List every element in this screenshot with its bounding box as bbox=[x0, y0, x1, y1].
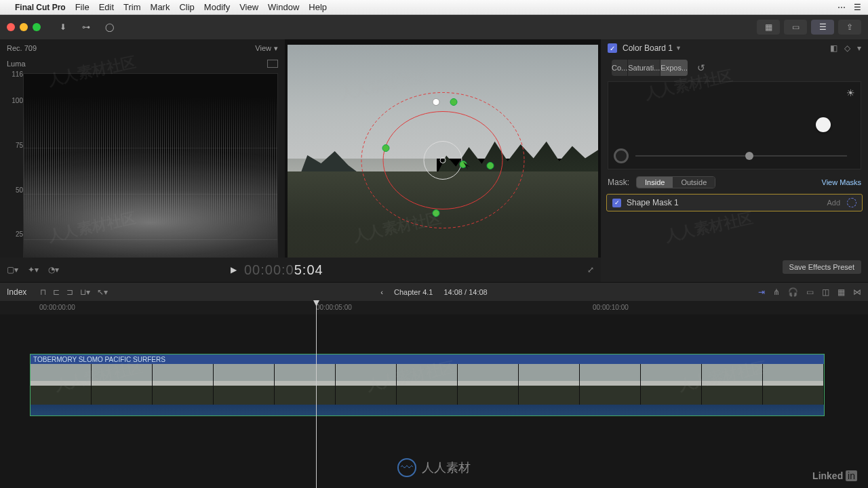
close-window-button[interactable] bbox=[7, 23, 15, 31]
save-effects-preset-button[interactable]: Save Effects Preset bbox=[783, 260, 861, 274]
clip-audio-lane bbox=[31, 405, 824, 415]
minimize-window-button[interactable] bbox=[20, 23, 28, 31]
menubar-extra-icon[interactable]: ⋯ bbox=[837, 3, 846, 12]
tool-select-icon[interactable]: ↖▾ bbox=[97, 287, 108, 297]
site-badge-icon: 〰 bbox=[397, 458, 416, 477]
ruler-mark: 00:00:05:00 bbox=[316, 304, 352, 311]
insert-clip-icon[interactable]: ⊏ bbox=[53, 287, 60, 297]
shape-mask-checkbox[interactable]: ✓ bbox=[612, 199, 621, 207]
effects-overlay-menu[interactable]: ▢▾ bbox=[7, 265, 18, 274]
transitions-browser-icon[interactable]: ⋈ bbox=[853, 287, 861, 297]
chevron-down-icon[interactable]: ▾ bbox=[857, 43, 861, 53]
svg-point-7 bbox=[487, 163, 494, 169]
zoom-window-button[interactable] bbox=[33, 23, 41, 31]
shape-mask-overlay[interactable] bbox=[355, 86, 531, 237]
exposure-icon: ☀ bbox=[846, 87, 855, 98]
keyframe-icon[interactable]: ◇ bbox=[844, 43, 850, 53]
effect-enable-checkbox[interactable]: ✓ bbox=[608, 43, 617, 53]
solo-icon[interactable]: ▭ bbox=[806, 287, 814, 297]
share-button[interactable]: ⇪ bbox=[838, 20, 861, 35]
mask-mode-segment[interactable]: Inside Outside bbox=[636, 176, 715, 188]
chevron-down-icon[interactable]: ▾ bbox=[274, 44, 278, 53]
svg-point-2 bbox=[424, 142, 462, 180]
exposure-slider[interactable] bbox=[635, 155, 847, 157]
effect-row[interactable]: ✓ Color Board 1 ▼ ◧ ◇ ▾ bbox=[601, 39, 868, 57]
clip-appearance-menu[interactable]: ◔▾ bbox=[48, 265, 59, 274]
svg-point-5 bbox=[450, 99, 457, 106]
svg-point-6 bbox=[382, 145, 389, 152]
tab-saturation[interactable]: Saturati... bbox=[628, 60, 660, 76]
window-titlebar: ⬇ ⊶ ◯ ▦ ▭ ☰ ⇪ bbox=[0, 15, 868, 39]
timeline-ruler[interactable]: 00:00:00:00 00:00:05:00 00:00:10:00 bbox=[0, 301, 868, 314]
midtone-puck[interactable] bbox=[745, 152, 753, 160]
browser-layout-button[interactable]: ▦ bbox=[757, 20, 780, 35]
menu-trim[interactable]: Trim bbox=[123, 2, 141, 12]
menu-modify[interactable]: Modify bbox=[204, 2, 230, 12]
retime-menu[interactable]: ✦▾ bbox=[28, 265, 39, 274]
timeline-layout-button[interactable]: ▭ bbox=[784, 20, 807, 35]
snapping-icon[interactable]: ⇥ bbox=[758, 287, 765, 297]
back-button[interactable]: ‹ bbox=[380, 288, 383, 296]
shape-mask-row[interactable]: ✓ Shape Mask 1 Add bbox=[606, 194, 863, 211]
tick: 75 bbox=[7, 142, 23, 149]
transport-bar: ▢▾ ✦▾ ◔▾ ▶ 00:00:05:04 ⤢ bbox=[0, 258, 601, 282]
shape-mask-label: Shape Mask 1 bbox=[627, 198, 679, 207]
tab-exposure[interactable]: Expos... bbox=[660, 60, 688, 76]
menu-file[interactable]: File bbox=[75, 2, 90, 12]
timeline-clip[interactable]: TOBERMORY SLOMO PACIFIC SURFERS bbox=[30, 354, 825, 416]
timeline-layout-icon[interactable]: ◫ bbox=[822, 287, 829, 297]
tick: 25 bbox=[7, 230, 23, 238]
connect-clip-icon[interactable]: ⊓ bbox=[40, 287, 46, 297]
keyword-icon[interactable]: ⊶ bbox=[77, 20, 95, 34]
linkedin-logo: Linked in bbox=[812, 470, 857, 481]
shadows-puck[interactable] bbox=[614, 148, 629, 163]
playhead[interactable] bbox=[316, 301, 317, 488]
add-mask-button[interactable]: Add bbox=[827, 199, 840, 207]
ruler-mark: 00:00:10:00 bbox=[593, 304, 629, 311]
play-button[interactable]: ▶ bbox=[231, 265, 237, 274]
effects-browser-icon[interactable]: ▦ bbox=[837, 287, 845, 297]
audio-skimming-icon[interactable]: 🎧 bbox=[788, 287, 798, 297]
color-board-tabs: Co... Saturati... Expos... bbox=[612, 60, 688, 76]
fullscreen-button[interactable]: ⤢ bbox=[587, 265, 594, 274]
menu-view[interactable]: View bbox=[239, 2, 258, 12]
effect-name: Color Board 1 bbox=[623, 43, 673, 53]
exposure-pane[interactable]: ☀ bbox=[608, 81, 861, 169]
index-button[interactable]: Index bbox=[7, 287, 26, 297]
append-clip-icon[interactable]: ⊐ bbox=[66, 287, 73, 297]
menu-mark[interactable]: Mark bbox=[151, 2, 170, 12]
app-name[interactable]: Final Cut Pro bbox=[15, 3, 66, 12]
mask-inside[interactable]: Inside bbox=[637, 177, 673, 188]
timecode-display[interactable]: 00:00:05:04 bbox=[244, 262, 323, 278]
onscreen-controls-icon[interactable] bbox=[847, 198, 856, 207]
inspector-layout-button[interactable]: ☰ bbox=[811, 20, 834, 35]
menu-clip[interactable]: Clip bbox=[179, 2, 194, 12]
skimming-icon[interactable]: ⋔ bbox=[773, 287, 780, 297]
import-icon[interactable]: ⬇ bbox=[54, 20, 72, 34]
ruler-mark: 00:00:00:00 bbox=[39, 304, 75, 311]
overwrite-clip-icon[interactable]: ⊔▾ bbox=[80, 287, 90, 297]
mask-label: Mask: bbox=[608, 178, 629, 187]
svg-point-1 bbox=[383, 112, 502, 209]
tick: 50 bbox=[7, 186, 23, 194]
clip-thumbnails bbox=[31, 364, 824, 405]
svg-point-9 bbox=[433, 210, 439, 217]
mask-preset-icon[interactable]: ◧ bbox=[830, 43, 837, 53]
render-icon[interactable]: ◯ bbox=[100, 20, 118, 34]
scopes-view-menu[interactable]: View bbox=[255, 44, 271, 52]
svg-point-0 bbox=[361, 93, 524, 228]
menu-window[interactable]: Window bbox=[268, 2, 299, 12]
mask-outside[interactable]: Outside bbox=[673, 177, 715, 188]
menubar-list-icon[interactable]: ☰ bbox=[854, 3, 861, 12]
tab-color[interactable]: Co... bbox=[612, 60, 628, 76]
view-masks-link[interactable]: View Masks bbox=[822, 178, 861, 186]
highlights-puck[interactable] bbox=[816, 117, 831, 132]
scopes-settings-icon[interactable] bbox=[267, 60, 278, 68]
menu-help[interactable]: Help bbox=[309, 2, 327, 12]
mask-row: Mask: Inside Outside View Masks bbox=[601, 172, 868, 192]
reset-icon[interactable]: ↺ bbox=[697, 62, 705, 73]
site-badge-text: 人人素材 bbox=[422, 460, 471, 476]
chevron-down-icon[interactable]: ▼ bbox=[675, 45, 682, 52]
menu-edit[interactable]: Edit bbox=[99, 2, 114, 12]
svg-point-4 bbox=[433, 99, 439, 106]
